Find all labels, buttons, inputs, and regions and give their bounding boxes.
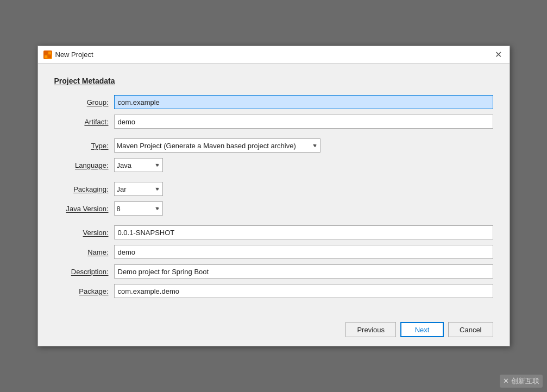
- java-version-select-wrapper: 8 11 17 ▼: [114, 201, 163, 216]
- type-row: Type: Maven Project (Generate a Maven ba…: [54, 138, 493, 153]
- new-project-dialog: New Project ✕ Project Metadata Group: Ar…: [37, 46, 510, 346]
- description-label: Description:: [54, 268, 114, 276]
- watermark: ✕ 创新互联: [500, 375, 543, 388]
- package-row: Package:: [54, 284, 493, 298]
- language-row: Language: Java Kotlin Groovy ▼: [54, 158, 493, 172]
- svg-rect-0: [45, 52, 47, 54]
- group-row: Group:: [54, 95, 493, 109]
- svg-rect-3: [48, 55, 51, 58]
- description-input[interactable]: [114, 264, 493, 279]
- java-version-row: Java Version: 8 11 17 ▼: [54, 201, 493, 216]
- artifact-row: Artifact:: [54, 115, 493, 129]
- packaging-select-wrapper: Jar War ▼: [114, 182, 163, 196]
- group-input[interactable]: [114, 95, 493, 109]
- group-label: Group:: [54, 98, 114, 106]
- section-title: Project Metadata: [54, 77, 493, 85]
- svg-rect-1: [48, 52, 51, 54]
- close-button[interactable]: ✕: [493, 49, 504, 60]
- packaging-label: Packaging:: [54, 185, 114, 193]
- java-version-label: Java Version:: [54, 205, 114, 213]
- version-input[interactable]: [114, 225, 493, 239]
- name-row: Name:: [54, 245, 493, 259]
- app-icon: [43, 50, 52, 59]
- language-select-wrapper: Java Kotlin Groovy ▼: [114, 158, 163, 172]
- language-label: Language:: [54, 161, 114, 169]
- language-select[interactable]: Java Kotlin Groovy: [114, 158, 163, 172]
- packaging-row: Packaging: Jar War ▼: [54, 182, 493, 196]
- svg-rect-2: [45, 55, 47, 58]
- artifact-input[interactable]: [114, 115, 493, 129]
- artifact-label: Artifact:: [54, 118, 114, 126]
- previous-button[interactable]: Previous: [345, 322, 396, 337]
- dialog-content: Project Metadata Group: Artifact: Type: …: [38, 64, 510, 314]
- cancel-button[interactable]: Cancel: [448, 322, 493, 337]
- type-label: Type:: [54, 142, 114, 150]
- type-select-wrapper: Maven Project (Generate a Maven based pr…: [114, 138, 320, 153]
- name-label: Name:: [54, 248, 114, 256]
- window-title: New Project: [55, 50, 93, 59]
- name-input[interactable]: [114, 245, 493, 259]
- packaging-select[interactable]: Jar War: [114, 182, 163, 196]
- java-version-select[interactable]: 8 11 17: [114, 201, 163, 216]
- title-bar-left: New Project: [43, 50, 93, 59]
- version-row: Version:: [54, 225, 493, 239]
- type-select[interactable]: Maven Project (Generate a Maven based pr…: [114, 138, 320, 153]
- dialog-footer: Previous Next Cancel: [38, 314, 510, 346]
- description-row: Description:: [54, 264, 493, 279]
- title-bar: New Project ✕: [38, 46, 510, 64]
- package-label: Package:: [54, 287, 114, 295]
- version-label: Version:: [54, 229, 114, 237]
- next-button[interactable]: Next: [400, 322, 444, 337]
- package-input[interactable]: [114, 284, 493, 298]
